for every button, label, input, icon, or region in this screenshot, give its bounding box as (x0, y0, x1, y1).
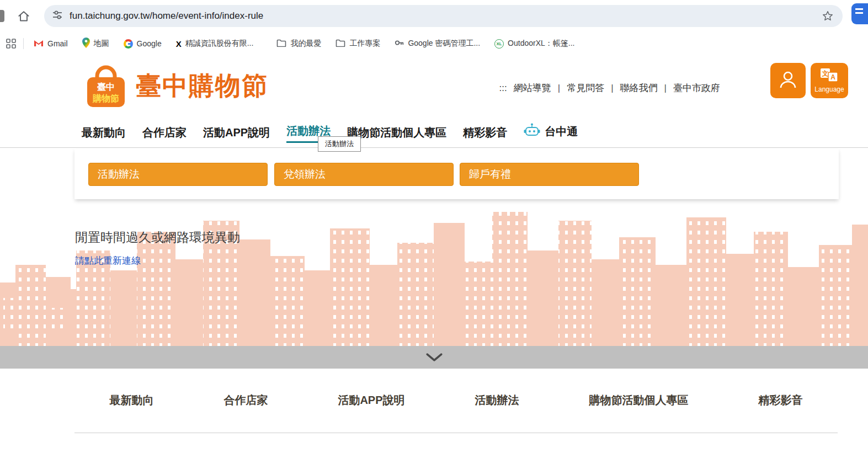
site-settings-icon[interactable] (52, 9, 63, 23)
extension-icon[interactable] (0, 10, 4, 22)
gmail-icon (34, 39, 44, 49)
footer-divider (74, 433, 838, 433)
expand-bar[interactable] (0, 346, 868, 369)
bookmarks-divider (23, 38, 24, 49)
submenu-panel: 活動辦法 兌領辦法 歸戶有禮 (74, 148, 839, 199)
link-faq[interactable]: 常見問答 (567, 82, 604, 94)
site-title: 臺中購物節 (136, 69, 268, 103)
svg-text:A: A (830, 73, 835, 81)
footer-link-videos[interactable]: 精彩影音 (758, 393, 802, 408)
person-icon (778, 70, 798, 92)
link-contact[interactable]: 聯絡我們 (620, 82, 658, 94)
chevron-down-icon (425, 353, 443, 362)
footer-link-event-rules[interactable]: 活動辦法 (475, 393, 519, 408)
submenu-button-household-gift[interactable]: 歸戶有禮 (460, 163, 639, 186)
nav-item-partner-stores[interactable]: 合作店家 (142, 125, 187, 143)
footer-link-app-guide[interactable]: 活動APP說明 (338, 393, 404, 408)
nav-tooltip: 活動辦法 (318, 136, 361, 152)
city-skyline-illustration (0, 200, 868, 346)
folder-icon (336, 39, 345, 49)
link-sitemap[interactable]: 網站導覽 (514, 82, 551, 94)
bookmark-password-manager[interactable]: Google 密碼管理工... (395, 38, 480, 49)
maps-pin-icon (82, 38, 90, 50)
member-login-button[interactable] (770, 63, 806, 98)
address-bar[interactable]: fun.taichung.gov.tw/home/event-info/inde… (44, 5, 843, 27)
apps-grid-icon[interactable] (6, 38, 17, 49)
nav-item-latest-news[interactable]: 最新動向 (82, 125, 126, 143)
x-icon: X (176, 39, 182, 49)
bookmark-maps[interactable]: 地圖 (82, 38, 109, 50)
nav-item-videos[interactable]: 精彩影音 (463, 125, 507, 143)
bookmark-google[interactable]: Google (124, 39, 162, 49)
svg-text:臺中: 臺中 (97, 82, 115, 92)
language-label: Language (814, 86, 844, 93)
browser-toolbar: fun.taichung.gov.tw/home/event-info/inde… (0, 0, 868, 32)
nav-item-app-guide[interactable]: 活動APP說明 (203, 125, 270, 143)
site-footer: 最新動向 合作店家 活動APP說明 活動辦法 購物節活動個人專區 精彩影音 (0, 369, 868, 453)
google-g-icon (124, 39, 133, 49)
bookmark-gmail[interactable]: Gmail (34, 39, 68, 49)
footer-link-latest-news[interactable]: 最新動向 (109, 393, 153, 408)
submenu-button-event-rules[interactable]: 活動辦法 (88, 163, 268, 186)
xl-badge-icon: XL (494, 39, 504, 49)
site-header: 臺中 購物節 臺中購物節 ::: 網站導覽 | 常見問答 | 聯絡我們 | 臺中… (0, 55, 868, 148)
nav-item-personal-zone[interactable]: 購物節活動個人專區 (347, 125, 446, 143)
footer-link-personal-zone[interactable]: 購物節活動個人專區 (589, 393, 688, 408)
browser-side-panel-icon[interactable] (851, 3, 868, 24)
robot-icon (524, 122, 540, 140)
folder-icon (276, 39, 286, 49)
bookmark-folder-favorites[interactable]: 我的最愛 (276, 39, 321, 49)
footer-link-partner-stores[interactable]: 合作店家 (223, 393, 268, 408)
site-logo[interactable]: 臺中 購物節 臺中購物節 (83, 61, 268, 111)
svg-text:購物節: 購物節 (92, 93, 119, 103)
translate-icon: 文 A (820, 68, 839, 84)
browser-window: fun.taichung.gov.tw/home/event-info/inde… (0, 0, 868, 453)
bookmarks-bar: Gmail 地圖 Google X 精誠資訊股份有限... (0, 32, 868, 55)
accesskey-marker: ::: (499, 83, 507, 94)
reconnect-link[interactable]: 請點此重新連線 (75, 254, 141, 267)
bookmark-folder-work[interactable]: 工作專案 (336, 39, 380, 49)
idle-message: 閒置時間過久或網路環境異動 (75, 229, 240, 246)
shopping-bag-logo-icon: 臺中 購物節 (83, 61, 129, 111)
footer-links: 最新動向 合作店家 活動APP說明 活動辦法 購物節活動個人專區 精彩影音 (74, 393, 838, 408)
nav-item-taichung-pass[interactable]: 台中通 (524, 122, 578, 143)
key-icon (395, 38, 404, 49)
language-button[interactable]: 文 A Language (811, 63, 848, 98)
header-utility-links: ::: 網站導覽 | 常見問答 | 聯絡我們 | 臺中市政府 (499, 82, 720, 94)
url-text: fun.taichung.gov.tw/home/event-info/inde… (70, 10, 263, 22)
bookmark-outdoorxl[interactable]: XL OutdoorXL：帳篷... (494, 39, 574, 49)
svg-text:文: 文 (822, 70, 829, 77)
link-city-gov[interactable]: 臺中市政府 (673, 82, 720, 94)
home-icon[interactable] (17, 9, 31, 24)
submenu-button-redeem-rules[interactable]: 兌領辦法 (274, 163, 454, 186)
bookmark-systex[interactable]: X 精誠資訊股份有限... (176, 39, 254, 49)
bookmark-star-icon[interactable] (822, 10, 834, 22)
